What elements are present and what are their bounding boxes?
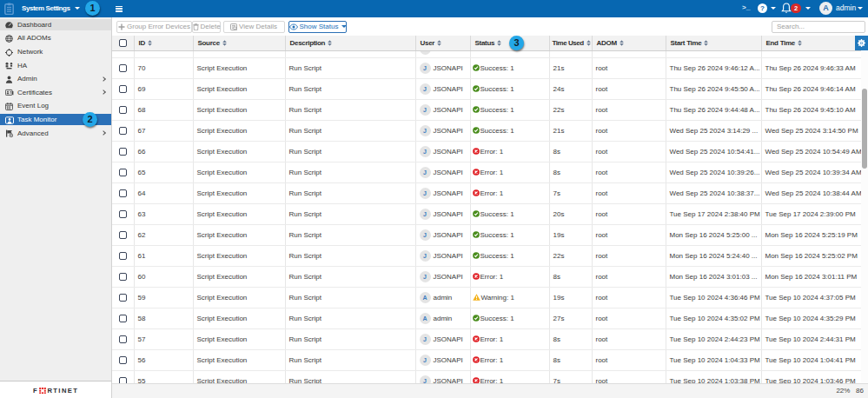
svg-text:RTINET: RTINET: [47, 388, 77, 394]
svg-text:F: F: [33, 388, 37, 394]
